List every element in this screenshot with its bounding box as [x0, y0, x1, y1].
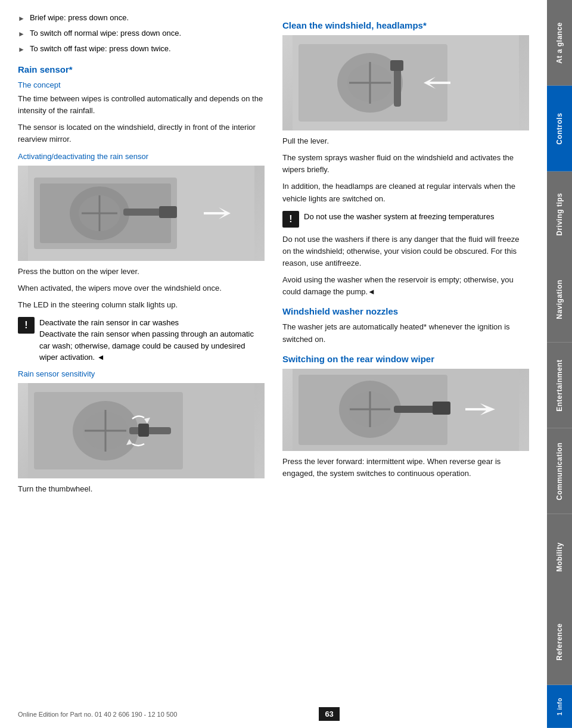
warning-box-2: ! Do not use the washer system at freezi… [282, 211, 529, 228]
system-text: The system sprays washer fluid on the wi… [282, 152, 529, 176]
sidebar-item-mobility[interactable]: Mobility [547, 514, 572, 600]
do-not-text: Do not use the washers if there is any d… [282, 234, 529, 269]
sidebar: At a glance Controls Driving tips Naviga… [547, 0, 572, 728]
bullet-text-3: To switch off fast wipe: press down twic… [30, 43, 171, 55]
sidebar-item-entertainment[interactable]: Entertainment [547, 343, 572, 428]
warning-text-2: Do not use the washer system at freezing… [304, 211, 494, 223]
terminator-1: ◄ [97, 353, 105, 362]
bullet-text-1: Brief wipe: press down once. [30, 12, 129, 24]
press-text: Press the button on the wiper lever. [18, 266, 265, 278]
bullet-item-2: ► To switch off normal wipe: press down … [18, 27, 265, 39]
rain-sensor-heading: Rain sensor* [18, 64, 265, 74]
when-text: When activated, the wipers move over the… [18, 282, 265, 294]
washer-text: The washer jets are automatically heated… [282, 321, 529, 345]
footer-text: Online Edition for Part no. 01 40 2 606 … [18, 711, 177, 718]
avoid-text: Avoid using the washer when the reservoi… [282, 274, 529, 298]
arrow-icon-2: ► [18, 29, 25, 39]
sidebar-item-navigation[interactable]: Navigation [547, 257, 572, 343]
switching-heading: Switching on the rear window wiper [282, 354, 529, 364]
clean-heading: Clean the windshield, headlamps* [282, 20, 529, 30]
washer-heading: Windshield washer nozzles [282, 306, 529, 316]
warning-text-1: Deactivate the rain sensor in car washes… [39, 317, 265, 363]
bullet-item-1: ► Brief wipe: press down once. [18, 12, 265, 24]
clean-windshield-image [282, 35, 529, 130]
warning-box-1: ! Deactivate the rain sensor in car wash… [18, 317, 265, 363]
main-content: ► Brief wipe: press down once. ► To swit… [0, 0, 547, 728]
warning-icon-1: ! [18, 317, 35, 334]
bullet-item-3: ► To switch off fast wipe: press down tw… [18, 43, 265, 55]
sidebar-item-at-a-glance[interactable]: At a glance [547, 0, 572, 86]
bullet-list: ► Brief wipe: press down once. ► To swit… [18, 12, 265, 55]
warning-icon-2: ! [282, 211, 299, 228]
svg-rect-36 [433, 402, 450, 415]
rain-sensor-image [18, 166, 265, 261]
svg-rect-17 [138, 424, 149, 437]
svg-rect-8 [159, 206, 177, 218]
led-text: The LED in the steering column stalk lig… [18, 299, 265, 311]
svg-rect-27 [390, 60, 403, 71]
concept-heading: The concept [18, 80, 265, 89]
activating-heading: Activating/deactivating the rain sensor [18, 152, 265, 161]
turn-text: Turn the thumbwheel. [18, 483, 265, 495]
addition-text: In addition, the headlamps are cleaned a… [282, 181, 529, 204]
columns-layout: ► Brief wipe: press down once. ► To swit… [18, 12, 529, 500]
terminator-2: ◄ [368, 287, 375, 296]
svg-rect-16 [129, 427, 171, 434]
bullet-text-2: To switch off normal wipe: press down on… [30, 27, 181, 39]
sensitivity-heading: Rain sensor sensitivity [18, 369, 265, 378]
right-column: Clean the windshield, headlamps* [282, 12, 529, 500]
rear-wiper-image [282, 369, 529, 451]
sidebar-item-info[interactable]: 1 info [547, 685, 572, 728]
concept-text-1: The time between wipes is controlled aut… [18, 93, 265, 117]
press-lever-text: Press the lever forward: intermittent wi… [282, 456, 529, 480]
sidebar-item-communication[interactable]: Communication [547, 428, 572, 514]
sidebar-item-controls[interactable]: Controls [547, 86, 572, 172]
arrow-icon-1: ► [18, 13, 25, 24]
rain-sensor-sensitivity-image [18, 383, 265, 478]
page-number: 63 [319, 707, 339, 721]
sidebar-item-driving-tips[interactable]: Driving tips [547, 172, 572, 257]
arrow-icon-3: ► [18, 44, 25, 55]
left-column: ► Brief wipe: press down once. ► To swit… [18, 12, 265, 500]
svg-rect-26 [394, 65, 401, 107]
concept-text-2: The sensor is located on the windshield,… [18, 122, 265, 145]
pull-text: Pull the lever. [282, 135, 529, 147]
footer: Online Edition for Part no. 01 40 2 606 … [0, 707, 547, 721]
sidebar-item-reference[interactable]: Reference [547, 599, 572, 685]
